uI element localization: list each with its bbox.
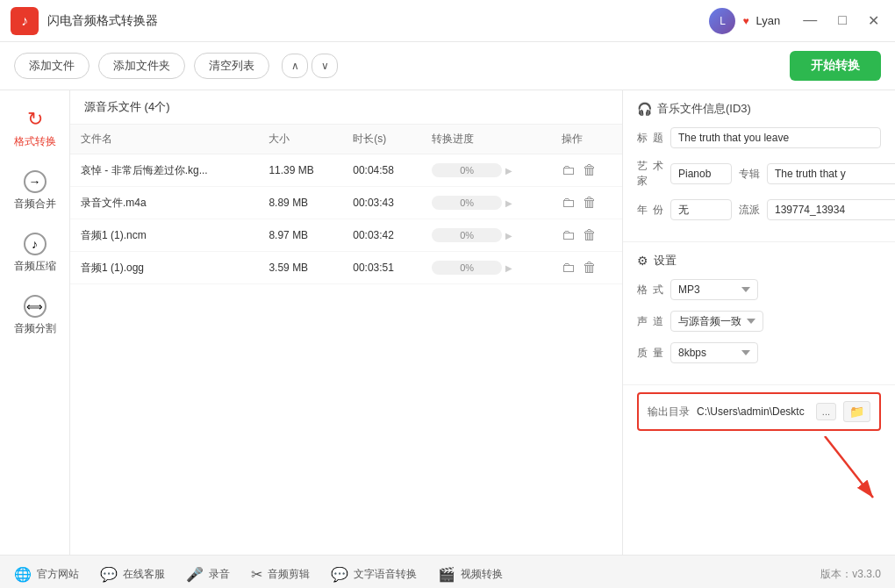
delete-icon[interactable]: 🗑 xyxy=(583,162,597,178)
bottom-item-website[interactable]: 🌐 官方网站 xyxy=(14,566,79,583)
start-convert-button[interactable]: 开始转换 xyxy=(790,51,881,81)
table-row: 音频1 (1).ogg 3.59 MB 00:03:51 0% ▶ xyxy=(70,252,622,284)
delete-icon[interactable]: 🗑 xyxy=(583,195,597,211)
audioclip-label: 音频剪辑 xyxy=(268,567,310,582)
add-folder-button[interactable]: 添加文件夹 xyxy=(98,53,185,79)
settings-title: ⚙ 设置 xyxy=(637,253,881,269)
support-icon: 💬 xyxy=(100,566,118,583)
file-area: 源音乐文件 (4个) 文件名 大小 时长(s) 转换进度 操作 哀悼 - 非常后… xyxy=(70,90,623,555)
sidebar-item-merge[interactable]: → 音频合并 xyxy=(0,160,69,222)
output-browse-button[interactable]: ... xyxy=(816,403,836,420)
sidebar-label-split: 音频分割 xyxy=(14,321,56,336)
output-row: 输出目录 C:\Users\admin\Desktc ... 📁 xyxy=(637,392,881,431)
user-name: Lyan xyxy=(756,14,781,27)
format-row: 格 式 MP3 xyxy=(637,279,881,300)
year-label: 年 份 xyxy=(637,203,663,218)
quality-label: 质 量 xyxy=(637,346,663,361)
output-path: C:\Users\admin\Desktc xyxy=(697,405,809,418)
move-down-button[interactable]: ∨ xyxy=(311,54,338,78)
artist-label: 艺术家 xyxy=(637,159,663,189)
settings-section: ⚙ 设置 格 式 MP3 声 道 与源音频一致 质 量 8kbps xyxy=(623,242,895,385)
year-row: 年 份 流派 xyxy=(637,199,881,220)
bottom-item-record[interactable]: 🎤 录音 xyxy=(186,566,230,583)
artist-input[interactable] xyxy=(670,163,732,184)
bottom-item-video[interactable]: 🎬 视频转换 xyxy=(438,566,503,583)
file-progress: 0% ▶ xyxy=(421,252,550,284)
progress-bar: 0% xyxy=(432,228,502,242)
file-progress: 0% ▶ xyxy=(421,219,550,252)
genre-label: 流派 xyxy=(739,203,760,218)
progress-play-icon: ▶ xyxy=(505,198,512,208)
album-input[interactable] xyxy=(767,163,895,184)
delete-icon[interactable]: 🗑 xyxy=(583,260,597,276)
file-size: 3.59 MB xyxy=(258,252,342,284)
sidebar-item-format[interactable]: ↻ 格式转换 xyxy=(0,97,69,160)
minimize-button[interactable]: — xyxy=(798,11,822,31)
close-button[interactable]: ✕ xyxy=(863,11,884,31)
title-input[interactable] xyxy=(670,127,881,148)
album-label: 专辑 xyxy=(739,167,760,182)
folder-icon[interactable]: 🗀 xyxy=(562,162,576,178)
quality-row: 质 量 8kbps xyxy=(637,342,881,363)
folder-icon[interactable]: 🗀 xyxy=(562,195,576,211)
genre-input[interactable] xyxy=(767,199,895,220)
file-name: 音频1 (1).ogg xyxy=(70,252,258,284)
table-row: 录音文件.m4a 8.89 MB 00:03:43 0% ▶ xyxy=(70,187,622,219)
file-progress: 0% ▶ xyxy=(421,187,550,219)
folder-icon[interactable]: 🗀 xyxy=(562,227,576,243)
website-label: 官方网站 xyxy=(37,567,79,582)
file-size: 8.97 MB xyxy=(258,219,342,252)
file-duration: 00:03:42 xyxy=(342,219,421,252)
move-up-button[interactable]: ∧ xyxy=(282,54,308,78)
progress-play-icon: ▶ xyxy=(505,166,512,176)
col-actions: 操作 xyxy=(551,125,622,154)
file-actions: 🗀 🗑 xyxy=(551,154,622,187)
compress-icon: ♪ xyxy=(24,233,47,255)
title-row: 标 题 xyxy=(637,127,881,148)
col-size: 大小 xyxy=(258,125,342,154)
format-label: 格 式 xyxy=(637,283,663,298)
channel-select[interactable]: 与源音频一致 xyxy=(670,311,763,332)
table-row: 音频1 (1).ncm 8.97 MB 00:03:42 0% ▶ xyxy=(70,219,622,252)
sidebar-item-split[interactable]: ⟺ 音频分割 xyxy=(0,284,69,347)
output-folder-button[interactable]: 📁 xyxy=(843,401,870,422)
music-info-section: 🎧 音乐文件信息(ID3) 标 题 艺术家 专辑 年 份 流派 xyxy=(623,90,895,242)
format-select[interactable]: MP3 xyxy=(670,279,758,300)
channel-row: 声 道 与源音频一致 xyxy=(637,311,881,332)
table-row: 哀悼 - 非常后悔差过你.kg... 11.39 MB 00:04:58 0% … xyxy=(70,154,622,187)
file-name: 音频1 (1).ncm xyxy=(70,219,258,252)
tts-icon: 💬 xyxy=(331,566,348,583)
record-icon: 🎤 xyxy=(186,566,204,583)
video-icon: 🎬 xyxy=(438,566,455,583)
file-actions: 🗀 🗑 xyxy=(551,252,622,284)
channel-label: 声 道 xyxy=(637,314,663,329)
add-file-button[interactable]: 添加文件 xyxy=(14,53,90,79)
col-progress: 转换进度 xyxy=(421,125,550,154)
bottom-item-support[interactable]: 💬 在线客服 xyxy=(100,566,165,583)
video-label: 视频转换 xyxy=(461,567,503,582)
artist-row: 艺术家 专辑 xyxy=(637,159,881,189)
quality-select[interactable]: 8kbps xyxy=(670,342,758,363)
folder-icon[interactable]: 🗀 xyxy=(562,260,576,276)
bottom-item-audioclip[interactable]: ✂ 音频剪辑 xyxy=(251,566,310,583)
maximize-button[interactable]: □ xyxy=(833,11,852,31)
file-duration: 00:03:43 xyxy=(342,187,421,219)
year-input[interactable] xyxy=(670,199,732,220)
record-label: 录音 xyxy=(209,567,230,582)
bottombar: 🌐 官方网站 💬 在线客服 🎤 录音 ✂ 音频剪辑 💬 文字语音转换 🎬 视频转… xyxy=(0,555,895,588)
col-duration: 时长(s) xyxy=(342,125,421,154)
app-title: 闪电音频格式转换器 xyxy=(47,13,709,29)
progress-play-icon: ▶ xyxy=(505,263,512,273)
sidebar-label-merge: 音频合并 xyxy=(14,197,56,212)
file-duration: 00:03:51 xyxy=(342,252,421,284)
file-table: 文件名 大小 时长(s) 转换进度 操作 哀悼 - 非常后悔差过你.kg... … xyxy=(70,125,622,284)
bottom-item-tts[interactable]: 💬 文字语音转换 xyxy=(331,566,417,583)
delete-icon[interactable]: 🗑 xyxy=(583,227,597,243)
progress-play-icon: ▶ xyxy=(505,231,512,240)
clear-list-button[interactable]: 清空列表 xyxy=(194,53,269,79)
file-size: 8.89 MB xyxy=(258,187,342,219)
main-area: ↻ 格式转换 → 音频合并 ♪ 音频压缩 ⟺ 音频分割 源音乐文件 (4个) 文… xyxy=(0,90,895,555)
sidebar-item-compress[interactable]: ♪ 音频压缩 xyxy=(0,222,69,284)
user-vip-icon: ♥ xyxy=(742,15,748,27)
app-logo-symbol: ♪ xyxy=(21,13,28,29)
